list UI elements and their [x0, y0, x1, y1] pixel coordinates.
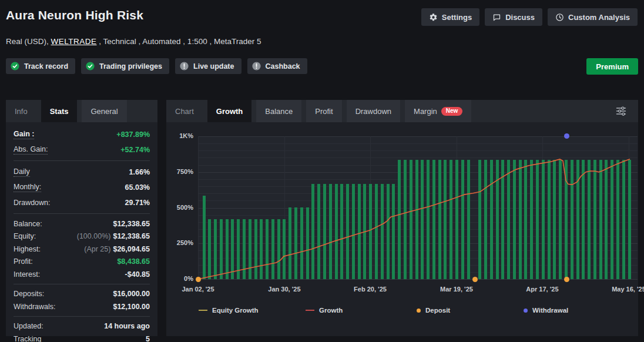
chart-settings-icon[interactable] [615, 105, 628, 117]
stats-divider [14, 284, 150, 284]
stat-row-profit: Profit:$8,438.65 [14, 256, 150, 269]
subtitle-suffix: , Technical , Automated , 1:500 , MetaTr… [97, 37, 261, 46]
tab-label: Info [15, 107, 28, 116]
chart-legend: Equity GrowthGrowthDepositWithdrawal [166, 307, 638, 316]
stat-row-highest: Highest:(Apr 25)$26,094.65 [14, 243, 150, 256]
stat-value: +837.89% [116, 130, 150, 139]
verification-badges: Track recordTrading privilegesLive updat… [6, 58, 307, 74]
x-tick-label: Jan 02, '25 [182, 286, 214, 293]
equity-growth-swatch [199, 310, 207, 311]
stats-tab-info[interactable]: Info [6, 100, 36, 122]
chart-tab-drawdown[interactable]: Drawdown [347, 100, 400, 122]
tab-label: Stats [50, 107, 69, 116]
stat-row-gain: Gain :+837.89% [14, 127, 150, 142]
legend-item-deposit[interactable]: Deposit [417, 307, 450, 314]
y-tick-label: 500% [166, 204, 193, 211]
stat-row-interest: Interest:-$40.85 [14, 268, 150, 281]
discuss-button[interactable]: Discuss [485, 8, 542, 26]
settings-button[interactable]: Settings [421, 8, 479, 26]
chart-tab-margin[interactable]: MarginNew [405, 100, 471, 122]
deposit-marker[interactable] [196, 277, 201, 282]
stats-divider [14, 316, 150, 317]
discuss-label: Discuss [505, 13, 535, 22]
chart-tab-balance[interactable]: Balance [256, 100, 301, 122]
check-circle-icon [10, 61, 20, 71]
stats-tabs: InfoStatsGeneral [6, 100, 157, 122]
stat-row-withdrawals: Withdrawals:$12,100.00 [14, 300, 150, 313]
stat-label[interactable]: Gain : [14, 130, 34, 139]
growth-chart-plot[interactable] [198, 136, 638, 279]
header-actions: SettingsDiscussCustom Analysis [421, 8, 638, 26]
stat-value: -$40.85 [125, 270, 150, 279]
x-axis: Jan 02, '25Jan 30, '25Feb 20, '25Mar 19,… [198, 286, 638, 294]
deposit-swatch [417, 309, 421, 313]
gear-icon [429, 13, 438, 22]
account-subtitle: Real (USD), WELTRADE , Technical , Autom… [6, 37, 261, 46]
stat-row-balance: Balance:$12,338.65 [14, 217, 150, 230]
check-circle-icon [85, 61, 95, 71]
stat-label: Balance: [14, 220, 42, 228]
cashback-badge[interactable]: Cashback [247, 58, 307, 74]
tab-label: General [90, 107, 118, 116]
legend-item-withdrawal[interactable]: Withdrawal [524, 307, 568, 314]
stat-value: +52.74% [120, 146, 150, 154]
x-tick-label: Feb 20, '25 [354, 286, 387, 293]
deposit-marker[interactable] [564, 277, 569, 282]
stat-value: 5 [146, 335, 150, 342]
tab-label: Balance [265, 107, 293, 116]
stat-value: (Apr 25)$26,094.65 [84, 245, 150, 253]
stat-label[interactable]: Monthly: [14, 183, 41, 192]
page-title: Aura Neuron High Risk [6, 8, 143, 22]
live-update-badge[interactable]: Live update [175, 58, 241, 74]
chat-icon [492, 13, 501, 22]
subtitle-prefix: Real (USD), [6, 37, 51, 46]
stats-body: Gain :+837.89%Abs. Gain:+52.74%Daily1.66… [6, 122, 157, 342]
stat-value-note: (Apr 25) [84, 245, 110, 253]
stat-label: Profit: [14, 257, 33, 266]
sliders-icon [615, 105, 628, 117]
chart-tabs: ChartGrowthBalanceProfitDrawdownMarginNe… [166, 100, 638, 122]
chart-tab-profit[interactable]: Profit [306, 100, 341, 122]
broker-link[interactable]: WELTRADE [51, 37, 97, 46]
new-badge: New [441, 107, 463, 116]
alert-circle-icon [179, 61, 189, 71]
stat-value: 14 hours ago [104, 322, 150, 330]
y-tick-label: 1K% [166, 132, 193, 139]
withdrawal-marker[interactable] [564, 133, 569, 139]
stat-row-tracking: Tracking5 [14, 333, 150, 342]
premium-button[interactable]: Premium [586, 58, 638, 75]
x-tick-label: Mar 19, '25 [440, 286, 473, 293]
track-record-label: Track record [24, 62, 68, 71]
stat-label[interactable]: Abs. Gain: [14, 145, 48, 155]
stat-row-equity: Equity:(100.00%)$12,338.65 [14, 230, 150, 243]
h-gridline [198, 279, 638, 280]
stat-value: $8,438.65 [117, 257, 150, 266]
chart-tab-chart[interactable]: Chart [166, 100, 203, 122]
x-tick-label: Jan 30, '25 [268, 286, 300, 293]
deposit-marker[interactable] [472, 277, 478, 282]
legend-item-equity-growth[interactable]: Equity Growth [199, 307, 259, 314]
legend-item-growth[interactable]: Growth [306, 307, 343, 314]
stat-label: Drawdown: [14, 199, 51, 207]
custom-analysis-button[interactable]: Custom Analysis [548, 8, 638, 26]
stats-tab-stats[interactable]: Stats [41, 100, 78, 122]
track-record-badge[interactable]: Track record [6, 58, 75, 74]
stat-row-abs-gain: Abs. Gain:+52.74% [14, 142, 150, 157]
stat-label: Highest: [14, 245, 41, 253]
stat-label: Deposits: [14, 290, 44, 298]
live-update-label: Live update [193, 62, 234, 71]
stats-panel: InfoStatsGeneral Gain :+837.89%Abs. Gain… [6, 100, 157, 336]
stats-divider [14, 213, 150, 214]
stat-value: 29.71% [125, 199, 150, 207]
stat-label: Interest: [14, 270, 40, 279]
chart-tab-growth[interactable]: Growth [207, 100, 252, 122]
trading-privileges-label: Trading privileges [99, 62, 162, 71]
x-tick-label: May 16, '25 [612, 286, 644, 293]
stats-tab-general[interactable]: General [82, 100, 126, 122]
tab-label: Margin [414, 107, 437, 116]
stat-value: $12,100.00 [113, 303, 150, 311]
trading-privileges-badge[interactable]: Trading privileges [81, 58, 169, 74]
legend-label: Deposit [425, 307, 450, 314]
stat-label[interactable]: Daily [14, 167, 30, 177]
stat-value: $12,338.65 [113, 220, 150, 228]
